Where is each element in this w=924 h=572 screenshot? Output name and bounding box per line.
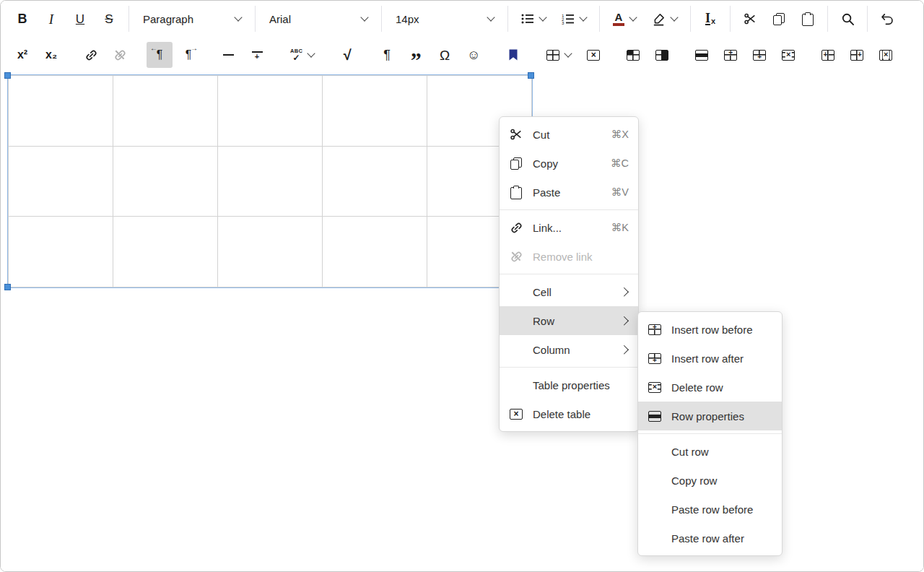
rtl-direction-button[interactable]: ¶→: [175, 42, 201, 68]
strikethrough-button[interactable]: S: [96, 6, 122, 32]
insert-column-before-button[interactable]: [815, 42, 841, 68]
paragraph-format-dropdown[interactable]: Paragraph: [134, 6, 250, 32]
emoticons-button[interactable]: ☺: [461, 42, 487, 68]
hr-icon: [223, 54, 234, 56]
subscript-button[interactable]: x₂: [38, 42, 64, 68]
menu-item-copy-row[interactable]: Copy row: [638, 466, 782, 495]
table-cell[interactable]: [9, 146, 113, 217]
menu-item-column[interactable]: Column: [500, 335, 638, 364]
delete-column-button[interactable]: [873, 42, 899, 68]
ol-icon: 123: [562, 13, 575, 25]
show-invisibles-button[interactable]: ¶: [374, 42, 400, 68]
underline-glyph: U: [76, 13, 84, 25]
link-icon: [84, 48, 98, 62]
chevron-down-icon: [670, 13, 678, 21]
table-cell[interactable]: [113, 146, 218, 217]
paragraph-format-value: Paragraph: [143, 13, 193, 25]
underline-button[interactable]: U: [67, 6, 93, 32]
delete-table-button[interactable]: [580, 42, 606, 68]
insert-table-button[interactable]: [540, 42, 578, 68]
del-row-icon: [782, 50, 795, 61]
search-button[interactable]: [834, 6, 860, 32]
page-break-button[interactable]: +: [244, 42, 270, 68]
table-resize-handle-top-left[interactable]: [4, 72, 11, 79]
row-properties-button[interactable]: [689, 42, 715, 68]
del-row-icon: [638, 382, 671, 393]
horizontal-rule-button[interactable]: [215, 42, 241, 68]
menu-item-insert-row-after[interactable]: Insert row after: [638, 344, 782, 373]
table-cell[interactable]: [9, 217, 113, 287]
spellcheck-button[interactable]: ABC✓: [284, 42, 321, 68]
menu-item-label: Remove link: [533, 251, 629, 263]
remove-link-button[interactable]: [107, 42, 133, 68]
menu-shortcut: ⌘V: [611, 186, 629, 198]
insert-row-before-button[interactable]: [718, 42, 744, 68]
table-cell[interactable]: [323, 146, 427, 217]
insert-column-after-button[interactable]: [844, 42, 870, 68]
link-icon: [500, 221, 533, 235]
toolbar-separator: [867, 6, 868, 32]
table-cell[interactable]: [323, 217, 427, 287]
text-color-button[interactable]: A: [606, 6, 642, 32]
special-character-button[interactable]: Ω: [432, 42, 458, 68]
toolbar-group: +: [214, 42, 271, 68]
col-before-icon: [821, 50, 834, 61]
toolbar-row-1: BIUSParagraphArial14px123AIx: [1, 1, 923, 37]
table-cell[interactable]: [113, 217, 218, 287]
clear-formatting-button[interactable]: Ix: [697, 6, 723, 32]
menu-item-label: Delete table: [533, 408, 629, 420]
menu-item-copy[interactable]: Copy⌘C: [500, 149, 638, 178]
menu-item-paste-row-before[interactable]: Paste row before: [638, 495, 782, 524]
highlight-color-button[interactable]: [645, 6, 684, 32]
toolbar-group: Paragraph: [134, 6, 250, 32]
menu-item-delete-table[interactable]: Delete table: [500, 399, 638, 428]
paste-button[interactable]: [795, 6, 821, 32]
chevron-down-icon: [579, 13, 587, 21]
cell-properties-button[interactable]: [620, 42, 646, 68]
toolbar-separator: [128, 6, 129, 32]
blockquote-button[interactable]: ”: [403, 42, 429, 68]
menu-item-table-properties[interactable]: Table properties: [500, 370, 638, 399]
menu-item-row-properties[interactable]: Row properties: [638, 402, 782, 430]
table-resize-handle-top-right[interactable]: [528, 72, 534, 79]
menu-item-paste-row-after[interactable]: Paste row after: [638, 524, 782, 552]
menu-item-cell[interactable]: Cell: [500, 277, 638, 306]
table-cell[interactable]: [218, 146, 323, 217]
superscript-button[interactable]: x²: [9, 42, 35, 68]
anchor-button[interactable]: [500, 42, 526, 68]
formula-button[interactable]: √: [334, 42, 360, 68]
insert-row-after-button[interactable]: [746, 42, 772, 68]
undo-button[interactable]: [874, 6, 900, 32]
cut-button[interactable]: [737, 6, 763, 32]
strikethrough-glyph: S: [105, 13, 113, 25]
insert-link-button[interactable]: [78, 42, 104, 68]
menu-item-link[interactable]: Link...⌘K: [500, 213, 638, 242]
font-family-dropdown[interactable]: Arial: [261, 6, 376, 32]
bullet-list-button[interactable]: [515, 6, 552, 32]
table-cell[interactable]: [113, 76, 218, 147]
menu-item-insert-row-before[interactable]: Insert row before: [638, 315, 782, 344]
numbered-list-button[interactable]: 123: [555, 6, 593, 32]
toolbar-group: [539, 42, 608, 68]
ltr-direction-button[interactable]: ←¶: [147, 42, 173, 68]
menu-item-cut[interactable]: Cut⌘X: [500, 120, 638, 149]
table-cell[interactable]: [323, 76, 427, 147]
menu-item-remove-link[interactable]: Remove link: [500, 242, 638, 271]
toolbar-group: Ix: [696, 6, 725, 32]
table-cell[interactable]: [9, 76, 113, 147]
table-row: [9, 146, 532, 217]
menu-item-paste[interactable]: Paste⌘V: [500, 178, 638, 207]
italic-button[interactable]: I: [38, 6, 64, 32]
merge-cells-button[interactable]: [649, 42, 675, 68]
table-resize-handle-bottom-left[interactable]: [4, 284, 11, 290]
table-cell[interactable]: [218, 76, 323, 147]
bold-button[interactable]: B: [9, 6, 35, 32]
delete-row-button[interactable]: [775, 42, 801, 68]
table-cell[interactable]: [218, 217, 323, 287]
editor-canvas[interactable]: [1, 73, 923, 571]
font-size-dropdown[interactable]: 14px: [387, 6, 502, 32]
menu-item-cut-row[interactable]: Cut row: [638, 437, 782, 466]
menu-item-delete-row[interactable]: Delete row: [638, 373, 782, 402]
menu-item-row[interactable]: Row: [500, 306, 638, 335]
copy-button[interactable]: [766, 6, 792, 32]
